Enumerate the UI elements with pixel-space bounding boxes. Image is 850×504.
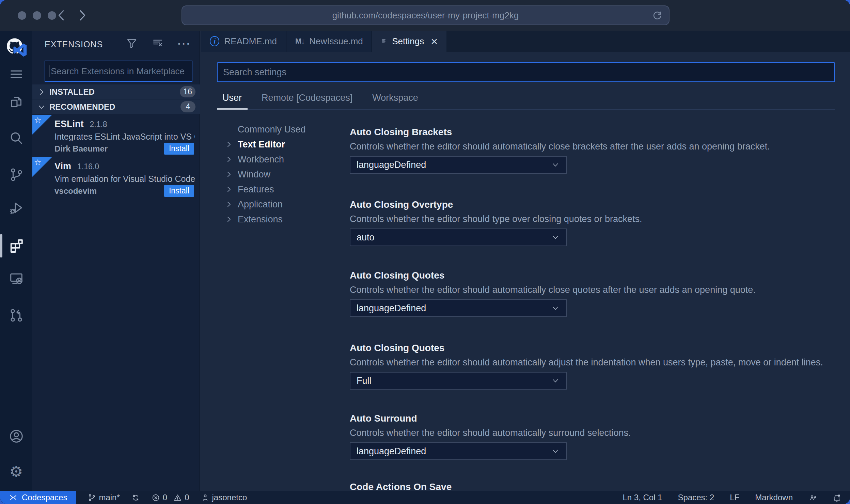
toc-item-extensions[interactable]: Extensions xyxy=(225,212,337,227)
extension-version: 2.1.8 xyxy=(90,120,107,129)
section-recommended[interactable]: RECOMMENDED 4 xyxy=(32,99,200,114)
tab-newissue[interactable]: M↓ NewIssue.md xyxy=(286,31,372,52)
chevron-down-icon xyxy=(551,447,560,456)
codespaces-remote-button[interactable]: Codespaces xyxy=(0,491,76,504)
address-bar[interactable]: github.com/codespaces/user-my-project-mg… xyxy=(182,5,670,25)
tab-label: NewIssue.md xyxy=(309,36,363,47)
feedback-button[interactable] xyxy=(808,493,817,502)
git-branch-icon xyxy=(88,493,96,502)
search-icon xyxy=(9,130,24,146)
extension-publisher: Dirk Baeumer xyxy=(54,144,108,154)
sidebar-item-extensions[interactable] xyxy=(0,232,32,260)
toc-item-text-editor[interactable]: Text Editor xyxy=(225,137,337,152)
settings-list: Auto Closing Brackets Controls whether t… xyxy=(350,52,842,491)
chevron-right-icon xyxy=(225,185,233,193)
close-tab-icon[interactable]: × xyxy=(431,35,438,47)
menu-button[interactable] xyxy=(0,60,32,89)
gear-icon: ⚙ xyxy=(10,464,23,479)
warning-icon xyxy=(173,493,182,502)
extensions-sidebar: EXTENSIONS ⋯ INSTALLED 16 xyxy=(32,31,200,491)
recommended-ribbon: ☆ xyxy=(32,115,52,135)
markdown-icon: M↓ xyxy=(295,37,304,46)
toc-item-features[interactable]: Features xyxy=(225,182,337,197)
toc-item-application[interactable]: Application xyxy=(225,197,337,212)
chevron-right-icon xyxy=(225,140,233,148)
sidebar-item-search[interactable] xyxy=(0,124,32,153)
bell-icon xyxy=(833,493,841,502)
setting-dropdown[interactable]: languageDefined xyxy=(350,442,567,460)
tab-settings[interactable]: Settings × xyxy=(372,31,446,52)
github-codespaces-logo[interactable] xyxy=(0,33,32,62)
browser-back-button[interactable] xyxy=(54,7,69,23)
settings-toc: Commonly Used Text Editor Workbench Wind… xyxy=(225,122,337,227)
toc-item-window[interactable]: Window xyxy=(225,167,337,182)
hamburger-menu-icon xyxy=(9,66,24,82)
recommended-ribbon: ☆ xyxy=(32,157,52,177)
scope-tab-remote[interactable]: Remote [Codespaces] xyxy=(262,93,352,111)
problems-status[interactable]: 0 0 xyxy=(152,493,189,502)
toc-item-commonly-used[interactable]: Commonly Used xyxy=(225,122,337,137)
error-icon xyxy=(152,493,160,502)
browser-forward-button[interactable] xyxy=(74,7,90,23)
install-button[interactable]: Install xyxy=(164,143,194,155)
star-icon: ☆ xyxy=(34,115,42,125)
clear-extensions-search-button[interactable] xyxy=(151,37,164,50)
extension-row-vim[interactable]: ☆ Vim 1.16.0 Vim emulation for Visual St… xyxy=(32,157,200,199)
branch-status[interactable]: main* xyxy=(88,493,120,502)
setting-auto-surround: Auto Surround Controls whether the edito… xyxy=(350,413,842,424)
sidebar-item-explorer[interactable] xyxy=(0,88,32,116)
install-button[interactable]: Install xyxy=(164,185,194,197)
chevron-left-icon xyxy=(54,7,69,23)
setting-dropdown[interactable]: auto xyxy=(350,229,567,246)
toc-item-workbench[interactable]: Workbench xyxy=(225,152,337,167)
extension-version: 1.16.0 xyxy=(77,162,99,171)
active-scope-underline xyxy=(217,108,248,110)
chevron-down-icon xyxy=(551,304,560,313)
sidebar-item-remote-explorer[interactable] xyxy=(0,264,32,293)
window-controls[interactable] xyxy=(18,11,56,20)
account-button[interactable] xyxy=(0,422,32,451)
setting-dropdown[interactable]: languageDefined xyxy=(350,299,567,317)
sidebar-header: EXTENSIONS ⋯ xyxy=(32,31,200,57)
filter-extensions-button[interactable] xyxy=(125,37,138,50)
chevron-down-icon xyxy=(37,103,46,111)
extension-name: ESLint xyxy=(54,119,84,129)
eol-status[interactable]: LF xyxy=(730,493,739,502)
run-debug-icon xyxy=(9,200,24,216)
url-text: github.com/codespaces/user-my-project-mg… xyxy=(332,10,519,21)
feedback-icon xyxy=(808,493,817,502)
setting-dropdown[interactable]: Full xyxy=(350,372,567,390)
section-installed[interactable]: INSTALLED 16 xyxy=(32,84,200,99)
sidebar-title: EXTENSIONS xyxy=(45,40,103,49)
source-control-icon xyxy=(9,167,24,183)
setting-dropdown[interactable]: languageDefined xyxy=(350,156,567,174)
sidebar-item-source-control[interactable] xyxy=(0,160,32,189)
extension-description: Integrates ESLint JavaScript into VS C..… xyxy=(54,132,195,142)
sidebar-item-run-debug[interactable] xyxy=(0,194,32,222)
user-status[interactable]: jasonetco xyxy=(201,493,247,502)
more-actions-button[interactable]: ⋯ xyxy=(177,37,190,50)
extensions-search-box[interactable] xyxy=(45,61,192,82)
reload-button[interactable] xyxy=(652,10,663,21)
extensions-search-input[interactable] xyxy=(51,66,192,77)
chevron-right-icon xyxy=(225,215,233,223)
sync-button[interactable] xyxy=(131,493,140,502)
language-mode-status[interactable]: Markdown xyxy=(755,493,793,502)
window-minimize-button[interactable] xyxy=(33,11,41,20)
tab-readme[interactable]: i README.md xyxy=(201,31,286,52)
manage-settings-button[interactable]: ⚙ xyxy=(0,457,32,486)
notifications-button[interactable] xyxy=(833,493,841,502)
cursor-position-status[interactable]: Ln 3, Col 1 xyxy=(623,493,662,502)
status-bar: Codespaces main* 0 0 jasonetco Ln 3, Col… xyxy=(0,491,850,504)
extension-row-eslint[interactable]: ☆ ESLint 2.1.8 Integrates ESLint JavaScr… xyxy=(32,115,200,156)
filter-funnel-icon xyxy=(126,37,138,49)
editor-tab-bar: i README.md M↓ NewIssue.md Settings × xyxy=(201,31,850,52)
sidebar-item-pull-requests[interactable] xyxy=(0,301,32,330)
chevron-down-icon xyxy=(551,376,560,385)
chevron-down-icon xyxy=(551,233,560,242)
chevron-right-icon xyxy=(37,88,46,96)
window-close-button[interactable] xyxy=(18,11,26,20)
indentation-status[interactable]: Spaces: 2 xyxy=(678,493,714,502)
sync-icon xyxy=(131,493,140,502)
vscode-logo-icon xyxy=(12,42,28,58)
